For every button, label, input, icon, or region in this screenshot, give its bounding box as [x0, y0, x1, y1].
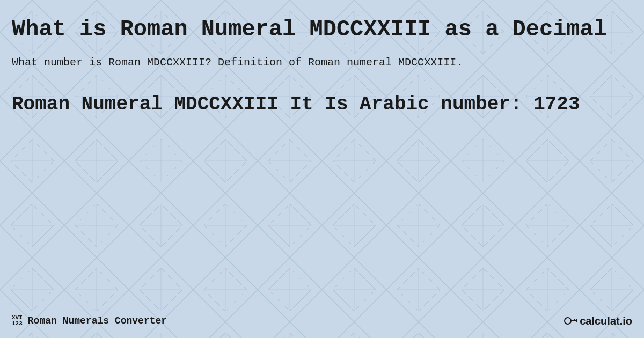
svg-point-6: [565, 318, 571, 324]
footer: XVI 123 Roman Numerals Converter calcula…: [12, 313, 632, 328]
calculat-logo[interactable]: calculat.io: [562, 313, 632, 328]
calculator-icon: [562, 313, 577, 328]
page-title: What is Roman Numeral MDCCXXIII as a Dec…: [12, 16, 632, 43]
logo-text: calculat.io: [580, 315, 632, 327]
result-section: Roman Numeral MDCCXXIII It Is Arabic num…: [12, 92, 632, 117]
brand-name: Roman Numerals Converter: [28, 315, 167, 326]
icon-bottom-text: 123: [12, 321, 23, 327]
page-content: What is Roman Numeral MDCCXXIII as a Dec…: [0, 0, 644, 144]
subtitle-description: What number is Roman MDCCXXIII? Definiti…: [12, 55, 632, 71]
result-title: Roman Numeral MDCCXXIII It Is Arabic num…: [12, 92, 632, 117]
footer-left: XVI 123 Roman Numerals Converter: [12, 315, 167, 327]
roman-numerals-icon: XVI 123: [12, 315, 23, 327]
